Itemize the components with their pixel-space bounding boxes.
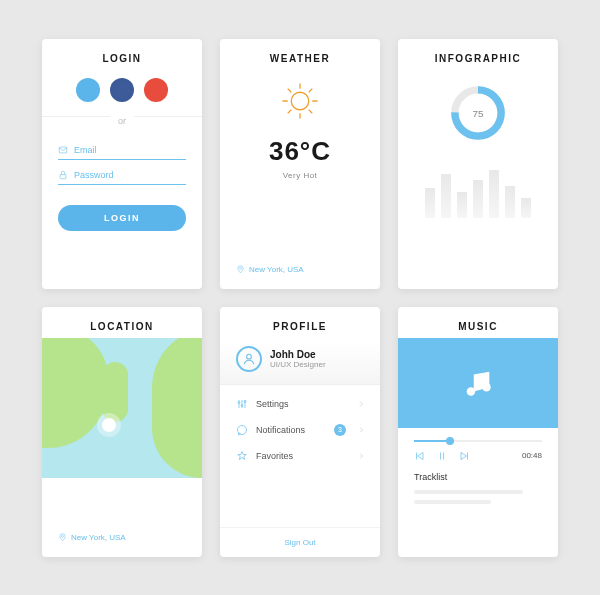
item-label: Notifications bbox=[256, 425, 326, 435]
star-icon bbox=[236, 450, 248, 462]
bar bbox=[489, 170, 499, 218]
location-text: New York, USA bbox=[71, 533, 126, 542]
infographic-card: INFOGRAPHIC 75 bbox=[398, 39, 558, 289]
track-item[interactable] bbox=[414, 490, 523, 494]
login-card: LOGIN or Email Password LOGIN bbox=[42, 39, 202, 289]
tracklist-title: Tracklist bbox=[414, 472, 542, 482]
pause-button[interactable] bbox=[436, 450, 448, 462]
bar bbox=[441, 174, 451, 218]
social-login-row bbox=[42, 74, 202, 116]
svg-point-14 bbox=[62, 535, 64, 537]
weather-location: New York, USA bbox=[249, 265, 304, 274]
sun-icon bbox=[279, 80, 321, 122]
item-label: Favorites bbox=[256, 451, 350, 461]
location-row[interactable]: New York, USA bbox=[42, 532, 202, 557]
map-view[interactable] bbox=[42, 338, 202, 478]
login-title: LOGIN bbox=[42, 39, 202, 74]
next-button[interactable] bbox=[458, 450, 470, 462]
profile-title: PROFILE bbox=[220, 307, 380, 342]
svg-point-23 bbox=[467, 387, 476, 396]
svg-rect-0 bbox=[59, 147, 67, 153]
chevron-right-icon bbox=[358, 400, 364, 408]
profile-name: Johh Doe bbox=[270, 349, 326, 360]
music-note-icon bbox=[461, 366, 495, 400]
bar bbox=[505, 186, 515, 218]
social-google-button[interactable] bbox=[144, 78, 168, 102]
sign-out-link[interactable]: Sign Out bbox=[220, 527, 380, 557]
weather-location-row[interactable]: New York, USA bbox=[220, 264, 380, 289]
weather-card: WEATHER 36°C Very Hot New York, USA bbox=[220, 39, 380, 289]
item-label: Settings bbox=[256, 399, 350, 409]
location-card: LOCATION New York, USA bbox=[42, 307, 202, 557]
progress-knob[interactable] bbox=[446, 437, 454, 445]
email-label: Email bbox=[74, 145, 97, 155]
chat-icon bbox=[236, 424, 248, 436]
svg-point-11 bbox=[240, 267, 242, 269]
svg-point-15 bbox=[247, 354, 252, 359]
progress-value: 75 bbox=[473, 108, 484, 119]
temperature-description: Very Hot bbox=[283, 171, 318, 180]
svg-line-9 bbox=[288, 109, 292, 113]
location-title: LOCATION bbox=[42, 307, 202, 342]
profile-card: PROFILE Johh Doe UI/UX Designer Settings… bbox=[220, 307, 380, 557]
password-field[interactable]: Password bbox=[58, 170, 186, 185]
tracklist: Tracklist bbox=[398, 462, 558, 510]
social-facebook-button[interactable] bbox=[110, 78, 134, 102]
pin-icon bbox=[58, 532, 67, 543]
sliders-icon bbox=[236, 398, 248, 410]
svg-point-24 bbox=[482, 383, 491, 392]
map-marker[interactable] bbox=[102, 418, 116, 432]
mail-icon bbox=[58, 145, 68, 155]
user-icon bbox=[242, 352, 256, 366]
infographic-title: INFOGRAPHIC bbox=[398, 39, 558, 74]
settings-item[interactable]: Settings bbox=[220, 391, 380, 417]
album-art bbox=[398, 338, 558, 428]
svg-rect-1 bbox=[60, 174, 66, 178]
social-twitter-button[interactable] bbox=[76, 78, 100, 102]
bar bbox=[425, 188, 435, 218]
profile-header: Johh Doe UI/UX Designer bbox=[220, 342, 380, 385]
password-label: Password bbox=[74, 170, 114, 180]
email-field[interactable]: Email bbox=[58, 145, 186, 160]
music-card: MUSIC 00:48 Tracklist bbox=[398, 307, 558, 557]
lock-icon bbox=[58, 170, 68, 180]
svg-line-10 bbox=[309, 88, 313, 92]
notification-badge: 3 bbox=[334, 424, 346, 436]
svg-line-7 bbox=[288, 88, 292, 92]
login-button[interactable]: LOGIN bbox=[58, 205, 186, 231]
favorites-item[interactable]: Favorites bbox=[220, 443, 380, 469]
login-separator: or bbox=[42, 116, 202, 135]
temperature-value: 36°C bbox=[269, 136, 331, 167]
progress-bar[interactable] bbox=[414, 440, 542, 442]
avatar[interactable] bbox=[236, 346, 262, 372]
music-title: MUSIC bbox=[398, 307, 558, 342]
prev-button[interactable] bbox=[414, 450, 426, 462]
notifications-item[interactable]: Notifications 3 bbox=[220, 417, 380, 443]
weather-title: WEATHER bbox=[220, 39, 380, 74]
bar bbox=[473, 180, 483, 218]
playback-time: 00:48 bbox=[522, 451, 542, 460]
bar bbox=[457, 192, 467, 218]
svg-point-2 bbox=[291, 92, 309, 110]
chevron-right-icon bbox=[358, 426, 364, 434]
profile-role: UI/UX Designer bbox=[270, 360, 326, 369]
bar bbox=[521, 198, 531, 218]
chevron-right-icon bbox=[358, 452, 364, 460]
track-item[interactable] bbox=[414, 500, 491, 504]
bar-chart bbox=[425, 170, 531, 218]
progress-ring: 75 bbox=[445, 80, 511, 146]
pin-icon bbox=[236, 264, 245, 275]
svg-line-8 bbox=[309, 109, 313, 113]
